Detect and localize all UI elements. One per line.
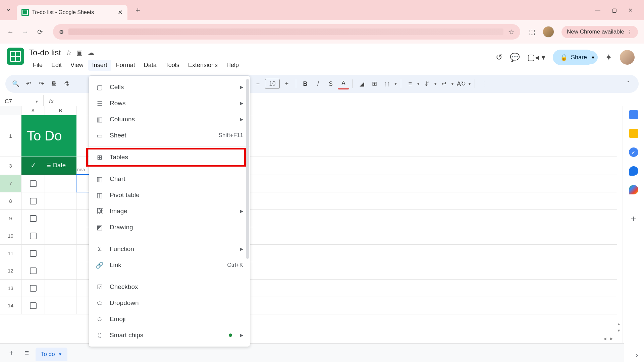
checkbox-cell[interactable] xyxy=(21,262,45,279)
menu-item-image[interactable]: 🖼 Image ▶ xyxy=(89,203,250,219)
cell[interactable] xyxy=(45,262,76,279)
menu-item-emoji[interactable]: ☺ Emoji xyxy=(89,311,250,327)
keep-addon-icon[interactable] xyxy=(629,129,638,138)
vertical-scrollbar[interactable]: ▲ ▼ xyxy=(616,111,622,335)
get-addons-icon[interactable]: + xyxy=(631,214,636,224)
cell[interactable] xyxy=(45,192,76,209)
cell[interactable] xyxy=(45,245,76,262)
menu-item-tables[interactable]: ⊞ Tables xyxy=(89,149,250,165)
wrap-dd[interactable]: ▼ xyxy=(451,82,454,86)
merge-cells-icon[interactable]: ⫿⫿ xyxy=(382,78,393,89)
strikethrough-icon[interactable]: S xyxy=(325,78,336,89)
move-icon[interactable]: ▣ xyxy=(76,49,83,57)
comments-icon[interactable]: 💬 xyxy=(510,53,520,62)
font-size-decrease[interactable]: − xyxy=(252,78,264,89)
reload-button[interactable]: ⟳ xyxy=(36,28,44,36)
menu-item-smart-chips[interactable]: ⬯ Smart chips ▶ xyxy=(89,327,250,343)
sheet-tab-active[interactable]: To do ▼ xyxy=(36,348,67,361)
filter-icon[interactable]: ☰ xyxy=(47,163,51,168)
more-toolbar-icon[interactable]: ⋮ xyxy=(478,78,490,89)
header-date-col[interactable]: ☰ Date xyxy=(45,162,76,169)
search-menus-icon[interactable]: 🔍 xyxy=(10,78,21,89)
name-box-dropdown-icon[interactable]: ▼ xyxy=(35,100,39,104)
menu-item-sheet[interactable]: ▭ Sheet Shift+F11 xyxy=(89,127,250,143)
gemini-icon[interactable]: ✦ xyxy=(605,52,612,63)
borders-icon[interactable]: ⊞ xyxy=(369,78,380,89)
row-header-1[interactable]: 1 xyxy=(0,115,21,157)
menu-item-rows[interactable]: ☰ Rows ▶ xyxy=(89,95,250,111)
browser-tab-active[interactable]: To-do list - Google Sheets ✕ xyxy=(17,5,127,20)
merge-dropdown[interactable]: ▼ xyxy=(394,82,397,86)
maps-addon-icon[interactable] xyxy=(629,185,638,194)
menu-file[interactable]: File xyxy=(29,60,47,71)
cell[interactable] xyxy=(45,210,76,227)
extensions-icon[interactable]: ⬚ xyxy=(529,28,535,36)
collapse-toolbar-icon[interactable]: ˆ xyxy=(623,78,634,89)
undo-icon[interactable]: ↶ xyxy=(23,78,34,89)
cloud-status-icon[interactable]: ☁ xyxy=(88,49,94,57)
col-header-A[interactable]: A xyxy=(21,106,45,115)
all-sheets-button[interactable]: ≡ xyxy=(20,346,34,360)
row-header-13[interactable]: 13 xyxy=(0,280,21,297)
address-bar[interactable]: ⚙ ☆ xyxy=(53,24,520,40)
paint-format-icon[interactable]: ⚗ xyxy=(61,78,72,89)
wrap-icon[interactable]: ↵ xyxy=(439,78,450,89)
font-size-input[interactable]: 10 xyxy=(265,79,280,89)
menu-item-link[interactable]: 🔗 Link Ctrl+K xyxy=(89,257,250,273)
document-title[interactable]: To-do list xyxy=(29,48,61,57)
text-color-icon[interactable]: A xyxy=(338,78,349,89)
contacts-addon-icon[interactable] xyxy=(629,166,638,176)
bold-icon[interactable]: B xyxy=(300,78,311,89)
row-header-14[interactable]: 14 xyxy=(0,297,21,314)
select-all-corner[interactable] xyxy=(0,106,21,115)
row-header-9[interactable]: 9 xyxy=(0,210,21,227)
italic-icon[interactable]: I xyxy=(312,78,324,89)
calendar-addon-icon[interactable] xyxy=(629,110,638,119)
menu-tools[interactable]: Tools xyxy=(161,60,183,71)
checkbox-cell[interactable] xyxy=(21,280,45,297)
v-align-icon[interactable]: ⇵ xyxy=(422,78,433,89)
h-align-icon[interactable]: ≡ xyxy=(405,78,416,89)
tasks-addon-icon[interactable] xyxy=(629,147,638,157)
site-settings-icon[interactable]: ⚙ xyxy=(59,29,64,35)
maximize-button[interactable]: ▢ xyxy=(612,7,617,13)
tab-search-button[interactable] xyxy=(3,5,13,15)
row-header-8[interactable]: 8 xyxy=(0,192,21,209)
rotate-icon[interactable]: A↻ xyxy=(455,78,467,89)
header-check-col[interactable]: ✓ xyxy=(21,161,45,169)
menu-format[interactable]: Format xyxy=(112,60,139,71)
row-header-11[interactable]: 11 xyxy=(0,245,21,262)
close-window-button[interactable]: ✕ xyxy=(628,7,633,13)
meet-icon[interactable]: ▢◂ ▾ xyxy=(527,53,545,62)
menu-item-drawing[interactable]: ◩ Drawing xyxy=(89,219,250,235)
side-panel-toggle-icon[interactable]: › xyxy=(636,352,638,359)
print-icon[interactable]: 🖶 xyxy=(48,78,60,89)
minimize-button[interactable]: — xyxy=(595,7,600,13)
forward-button[interactable]: → xyxy=(21,28,30,36)
tab-close-icon[interactable]: ✕ xyxy=(118,9,123,16)
table-header-row[interactable]: ✓ ☰ Date xyxy=(21,157,76,175)
redo-icon[interactable]: ↷ xyxy=(36,78,47,89)
cell[interactable] xyxy=(45,175,76,192)
menu-item-dropdown[interactable]: ⬭ Dropdown xyxy=(89,295,250,311)
row-header-10[interactable]: 10 xyxy=(0,227,21,244)
row-header-3[interactable]: 3 xyxy=(0,157,21,175)
menu-data[interactable]: Data xyxy=(140,60,161,71)
star-icon[interactable]: ☆ xyxy=(66,49,72,57)
bookmark-star-icon[interactable]: ☆ xyxy=(508,28,514,36)
menu-item-pivot-table[interactable]: ◫ Pivot table xyxy=(89,187,250,203)
cell[interactable] xyxy=(45,297,76,314)
menu-edit[interactable]: Edit xyxy=(47,60,66,71)
sheets-logo-icon[interactable] xyxy=(7,48,24,65)
history-icon[interactable]: ↺ xyxy=(496,53,502,62)
checkbox-cell[interactable] xyxy=(21,192,45,209)
new-tab-button[interactable]: ＋ xyxy=(134,5,142,15)
profile-avatar-small[interactable] xyxy=(543,26,554,38)
chrome-update-pill[interactable]: New Chrome available ⋮ xyxy=(561,26,638,38)
cell[interactable] xyxy=(45,280,76,297)
menu-insert[interactable]: Insert xyxy=(88,60,111,71)
menu-item-chart[interactable]: ▥ Chart xyxy=(89,171,250,187)
h-align-dd[interactable]: ▼ xyxy=(417,82,420,86)
add-sheet-button[interactable]: + xyxy=(5,346,18,360)
todo-banner[interactable]: To Do xyxy=(21,115,76,157)
